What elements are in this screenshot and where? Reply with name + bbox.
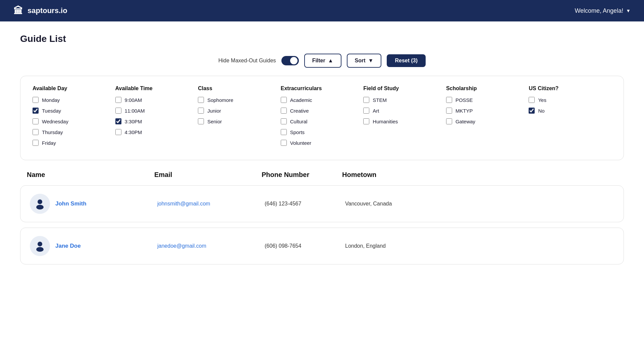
controls-row: Hide Maxed-Out Guides Filter ▲ Sort ▼ Re…: [20, 54, 624, 68]
checkbox-monday[interactable]: [33, 97, 39, 103]
filter-header-us-citizen: US Citizen?: [529, 85, 611, 92]
guide-name-cell: Jane Doe: [30, 236, 157, 256]
filter-mktyp[interactable]: MKTYP: [446, 108, 529, 114]
building-icon: 🏛: [13, 5, 23, 16]
checkbox-cultural[interactable]: [281, 118, 287, 124]
brand: 🏛 saptours.io: [13, 5, 67, 16]
filter-junior[interactable]: Junior: [198, 108, 281, 114]
checkbox-wednesday[interactable]: [33, 118, 39, 124]
filter-sophomore[interactable]: Sophomore: [198, 97, 281, 103]
filter-header-available-time: Available Time: [115, 85, 198, 92]
filter-label: Filter: [312, 58, 325, 64]
filter-header-available-day: Available Day: [33, 85, 115, 92]
filter-thursday[interactable]: Thursday: [33, 129, 115, 135]
filter-col-available-day: Available Day Monday Tuesday Wednesday T…: [33, 85, 115, 150]
checkbox-posse[interactable]: [446, 97, 452, 103]
guide-name[interactable]: Jane Doe: [55, 243, 81, 249]
guide-hometown: Vancouver, Canada: [345, 201, 614, 207]
guide-email: johnsmith@gmail.com: [157, 201, 265, 207]
checkbox-friday[interactable]: [33, 140, 39, 146]
checkbox-yes[interactable]: [529, 97, 535, 103]
sort-button[interactable]: Sort ▼: [347, 54, 382, 68]
filter-humanities[interactable]: Humanities: [363, 118, 446, 124]
checkbox-humanities[interactable]: [363, 118, 369, 124]
filter-art[interactable]: Art: [363, 108, 446, 114]
checkbox-mktyp[interactable]: [446, 108, 452, 114]
guide-phone: (646) 123-4567: [265, 201, 345, 207]
filter-no[interactable]: No: [529, 108, 611, 114]
filter-button[interactable]: Filter ▲: [304, 54, 341, 68]
hide-maxed-label: Hide Maxed-Out Guides: [218, 58, 276, 64]
checkbox-9am[interactable]: [115, 97, 121, 103]
filter-cultural[interactable]: Cultural: [281, 118, 364, 124]
filter-up-icon: ▲: [328, 58, 333, 64]
checkbox-sophomore[interactable]: [198, 97, 204, 103]
user-menu[interactable]: Welcome, Angela! ▼: [575, 7, 631, 14]
checkbox-thursday[interactable]: [33, 129, 39, 135]
filter-header-field-of-study: Field of Study: [363, 85, 446, 92]
checkbox-creative[interactable]: [281, 108, 287, 114]
brand-name: saptours.io: [28, 6, 67, 15]
checkbox-junior[interactable]: [198, 108, 204, 114]
main-content: Guide List Hide Maxed-Out Guides Filter …: [0, 21, 644, 362]
checkbox-tuesday[interactable]: [33, 108, 39, 114]
svg-point-0: [38, 199, 42, 204]
filter-header-scholarship: Scholarship: [446, 85, 529, 92]
filter-academic[interactable]: Academic: [281, 97, 364, 103]
reset-button[interactable]: Reset (3): [387, 54, 426, 67]
page-title: Guide List: [20, 34, 624, 44]
checkbox-volunteer[interactable]: [281, 140, 287, 146]
guide-phone: (606) 098-7654: [265, 243, 345, 249]
filter-330pm[interactable]: 3:30PM: [115, 118, 198, 124]
avatar: [30, 194, 50, 214]
svg-point-3: [36, 247, 44, 252]
svg-point-2: [38, 242, 42, 246]
filter-wednesday[interactable]: Wednesday: [33, 118, 115, 124]
filter-senior[interactable]: Senior: [198, 118, 281, 124]
checkbox-sports[interactable]: [281, 129, 287, 135]
checkbox-academic[interactable]: [281, 97, 287, 103]
checkbox-stem[interactable]: [363, 97, 369, 103]
filter-tuesday[interactable]: Tuesday: [33, 108, 115, 114]
app-header: 🏛 saptours.io Welcome, Angela! ▼: [0, 0, 644, 21]
checkbox-gateway[interactable]: [446, 118, 452, 124]
checkbox-art[interactable]: [363, 108, 369, 114]
col-header-phone: Phone Number: [262, 171, 342, 179]
col-header-email: Email: [154, 171, 262, 179]
filter-col-class: Class Sophomore Junior Senior: [198, 85, 281, 150]
filter-430pm[interactable]: 4:30PM: [115, 129, 198, 135]
filter-volunteer[interactable]: Volunteer: [281, 140, 364, 146]
col-header-hometown: Hometown: [342, 171, 617, 179]
filter-yes[interactable]: Yes: [529, 97, 611, 103]
filter-gateway[interactable]: Gateway: [446, 118, 529, 124]
guide-card-jane-doe[interactable]: Jane Doe janedoe@gmail.com (606) 098-765…: [20, 228, 624, 264]
guide-hometown: London, England: [345, 243, 614, 249]
hide-maxed-toggle[interactable]: [281, 56, 299, 65]
checkbox-11am[interactable]: [115, 108, 121, 114]
filter-posse[interactable]: POSSE: [446, 97, 529, 103]
filter-col-scholarship: Scholarship POSSE MKTYP Gateway: [446, 85, 529, 150]
guide-card-john-smith[interactable]: John Smith johnsmith@gmail.com (646) 123…: [20, 185, 624, 222]
filter-monday[interactable]: Monday: [33, 97, 115, 103]
sort-label: Sort: [355, 58, 366, 64]
filter-stem[interactable]: STEM: [363, 97, 446, 103]
svg-point-1: [36, 205, 44, 209]
guide-email: janedoe@gmail.com: [157, 243, 265, 249]
guide-name[interactable]: John Smith: [55, 200, 87, 207]
checkbox-430pm[interactable]: [115, 129, 121, 135]
filter-friday[interactable]: Friday: [33, 140, 115, 146]
filter-creative[interactable]: Creative: [281, 108, 364, 114]
checkbox-330pm[interactable]: [115, 118, 121, 124]
filter-header-extracurriculars: Extracurriculars: [281, 85, 364, 92]
checkbox-no[interactable]: [529, 108, 535, 114]
checkbox-senior[interactable]: [198, 118, 204, 124]
filter-sports[interactable]: Sports: [281, 129, 364, 135]
filter-9am[interactable]: 9:00AM: [115, 97, 198, 103]
welcome-text: Welcome, Angela!: [575, 7, 623, 14]
filter-col-available-time: Available Time 9:00AM 11:00AM 3:30PM 4:3…: [115, 85, 198, 150]
guide-name-cell: John Smith: [30, 194, 157, 214]
filter-col-us-citizen: US Citizen? Yes No: [529, 85, 611, 150]
filter-header-class: Class: [198, 85, 281, 92]
col-header-name: Name: [27, 171, 154, 179]
filter-11am[interactable]: 11:00AM: [115, 108, 198, 114]
